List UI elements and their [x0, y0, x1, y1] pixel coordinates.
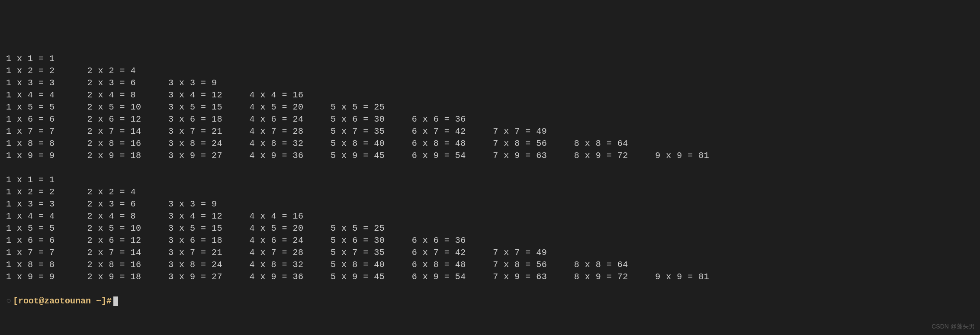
shell-prompt-line[interactable]: ○ [root@zaotounan ~]#: [6, 295, 974, 307]
cursor: [113, 296, 118, 306]
watermark: CSDN @蓬头男: [932, 320, 975, 332]
shell-prompt: [root@zaotounan ~]#: [13, 295, 112, 307]
terminal-output: 1 x 1 = 1 1 x 2 = 2 2 x 2 = 4 1 x 3 = 3 …: [6, 53, 974, 283]
prompt-symbol: ○: [6, 295, 11, 307]
